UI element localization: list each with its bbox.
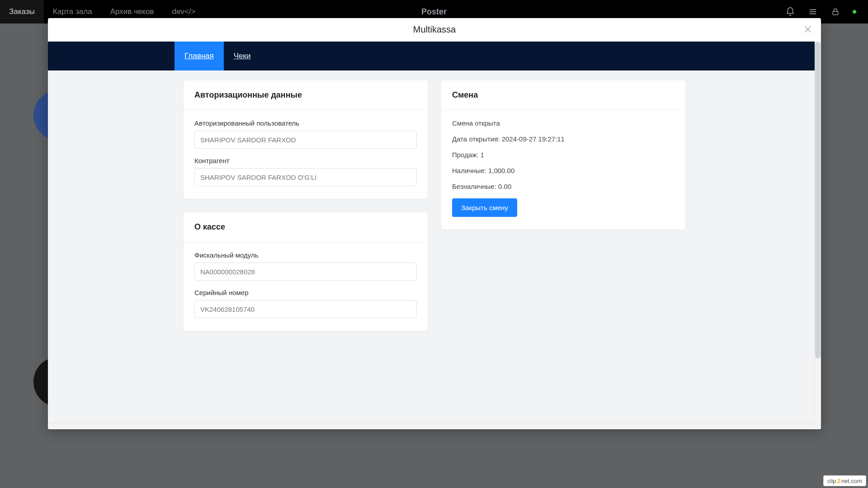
open-date-label: Дата открытия: xyxy=(452,135,500,143)
serial-number-input[interactable] xyxy=(194,300,417,318)
serial-number-label: Серийный номер xyxy=(194,289,417,296)
shift-noncash: Безналичные: 0.00 xyxy=(452,183,675,190)
shift-card: Смена Смена открыта Дата открытия: 2024-… xyxy=(441,80,685,230)
tab-main[interactable]: Главная xyxy=(175,42,224,70)
shift-card-title: Смена xyxy=(441,80,685,110)
modal-title: Multikassa xyxy=(413,24,456,35)
auth-user-label: Авторизированный пользователь xyxy=(194,119,417,127)
vertical-scroll-thumb[interactable] xyxy=(815,42,821,358)
right-column: Смена Смена открыта Дата открытия: 2024-… xyxy=(441,80,685,411)
app-name: Poster xyxy=(421,7,447,17)
shift-sales: Продаж: 1 xyxy=(452,151,675,159)
counterparty-input[interactable] xyxy=(194,168,417,186)
modal-header: Multikassa xyxy=(48,18,821,42)
about-card-title: О кассе xyxy=(184,212,428,242)
auth-card-title: Авторизационные данные xyxy=(184,80,428,110)
sales-label: Продаж: xyxy=(452,151,478,159)
counterparty-label: Контрагент xyxy=(194,157,417,164)
modal-tabs: Главная Чеки xyxy=(48,42,821,70)
shift-cash: Наличные: 1,000.00 xyxy=(452,167,675,174)
topbar-tab-orders[interactable]: Заказы xyxy=(0,0,44,23)
tab-receipts[interactable]: Чеки xyxy=(224,42,261,70)
horizontal-scrollbar[interactable] xyxy=(48,423,815,429)
close-shift-button[interactable]: Закрыть смену xyxy=(452,198,517,217)
lock-icon[interactable] xyxy=(830,6,841,17)
shift-open-date: Дата открытия: 2024-09-27 19:27:11 xyxy=(452,135,675,143)
about-cashier-card: О кассе Фискальный модуль Серийный номер xyxy=(184,212,428,331)
left-column: Авторизационные данные Авторизированный … xyxy=(184,80,428,411)
shift-status: Смена открыта xyxy=(452,119,675,127)
modal-body: Главная Чеки Авторизационные данные Авто… xyxy=(48,42,821,429)
open-date-value: 2024-09-27 19:27:11 xyxy=(502,135,565,143)
fiscal-module-input[interactable] xyxy=(194,263,417,281)
close-icon[interactable] xyxy=(803,24,813,34)
status-indicator xyxy=(853,10,856,14)
watermark-two: 2 xyxy=(837,478,840,484)
noncash-label: Безналичные: xyxy=(452,183,496,190)
watermark-suffix: net.com xyxy=(841,478,862,484)
multikassa-modal: Multikassa Главная Чеки Авторизационные … xyxy=(48,18,821,429)
bell-icon[interactable] xyxy=(785,6,796,17)
auth-data-card: Авторизационные данные Авторизированный … xyxy=(184,80,428,199)
vertical-scrollbar[interactable] xyxy=(815,42,821,423)
auth-user-input[interactable] xyxy=(194,131,417,149)
svg-rect-3 xyxy=(833,11,838,14)
noncash-value: 0.00 xyxy=(498,183,511,190)
menu-icon[interactable] xyxy=(807,6,818,17)
cash-label: Наличные: xyxy=(452,167,486,174)
cash-value: 1,000.00 xyxy=(488,167,514,174)
sales-value: 1 xyxy=(481,151,484,159)
watermark: clip2net.com xyxy=(823,475,866,486)
modal-content: Авторизационные данные Авторизированный … xyxy=(48,70,821,429)
watermark-prefix: clip xyxy=(827,478,836,484)
fiscal-module-label: Фискальный модуль xyxy=(194,251,417,259)
